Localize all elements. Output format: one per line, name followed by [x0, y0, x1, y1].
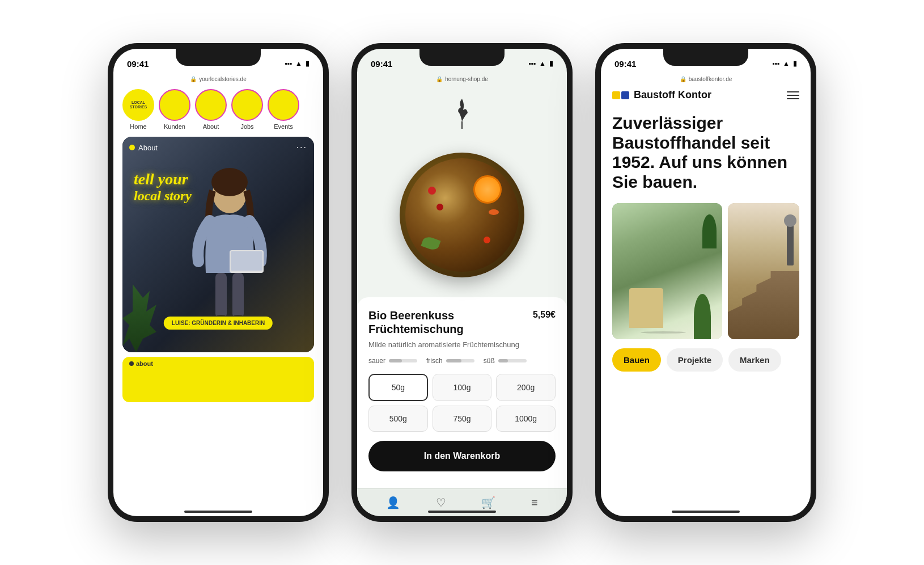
weight-750g[interactable]: 750g [433, 406, 492, 432]
main-image [612, 203, 722, 339]
svg-rect-3 [231, 251, 262, 271]
url-1: yourlocalstories.de [199, 76, 246, 82]
product-image-area [357, 138, 567, 297]
nav-circle-about [195, 89, 227, 121]
battery-icon-3: ▮ [793, 60, 797, 68]
logo-squares [612, 91, 629, 99]
dried-fruit [489, 209, 499, 215]
url-2: hornung-shop.de [445, 76, 488, 82]
taste-bars: sauer frisch süß [368, 357, 556, 365]
menu-icon[interactable]: ≡ [531, 496, 538, 509]
shadow [641, 331, 686, 334]
taste-fill-suss [498, 359, 508, 362]
taste-suss: süß [484, 357, 527, 365]
time-1: 09:41 [127, 59, 149, 69]
berry-1 [428, 187, 436, 195]
url-3: baustoffkontor.de [689, 76, 732, 82]
leaf [421, 235, 440, 251]
story-title: About [138, 144, 158, 152]
lamp-head [784, 214, 796, 227]
taste-sauer: sauer [368, 357, 417, 365]
wifi-icon: ▲ [295, 60, 302, 68]
product-title: Bio Beerenkuss Früchtemischung [368, 309, 493, 336]
story-card[interactable]: About ··· tell your local story [122, 137, 314, 352]
taste-bar-sauer [389, 359, 417, 362]
baustoff-logo: Baustoff Kontor [612, 89, 711, 101]
weight-grid: 50g 100g 200g 500g 750g 1000g [368, 374, 556, 432]
square-blue [621, 91, 629, 99]
weight-100g[interactable]: 100g [433, 374, 492, 401]
mini-card-dot [129, 361, 134, 366]
weight-500g[interactable]: 500g [368, 406, 428, 432]
story-top-bar: About ··· [122, 137, 314, 158]
address-bar-2: 🔒 hornung-shop.de [357, 74, 567, 85]
hamburger-line-2 [787, 95, 799, 96]
weight-50g[interactable]: 50g [368, 374, 428, 401]
home-indicator-3 [672, 511, 740, 513]
product-description: Milde natürlich aromatisierte Früchtemis… [368, 340, 556, 349]
nav-item-jobs[interactable]: Jobs [231, 89, 263, 130]
tag-bauen[interactable]: Bauen [612, 348, 661, 372]
hamburger-line-3 [787, 98, 799, 99]
hornung-logo [357, 85, 567, 138]
weight-200g[interactable]: 200g [496, 374, 556, 401]
product-header: Bio Beerenkuss Früchtemischung 5,59€ [368, 309, 556, 336]
weight-1000g[interactable]: 1000g [496, 406, 556, 432]
lock-icon: 🔒 [190, 76, 197, 82]
svg-rect-5 [232, 273, 244, 318]
taste-bar-frisch [446, 359, 474, 362]
brand-name: Baustoff Kontor [634, 89, 711, 101]
story-more-dots[interactable]: ··· [296, 142, 307, 153]
plant-2 [702, 214, 717, 248]
hamburger-line-1 [787, 91, 799, 92]
taste-label-sauer: sauer [368, 357, 385, 365]
story-label: About [129, 144, 158, 152]
heart-icon[interactable]: ♡ [436, 496, 446, 509]
notch-3 [663, 49, 748, 66]
phone-1: 09:41 ▪▪▪ ▲ ▮ 🔒 yourlocalstories.de LOCA… [108, 43, 329, 522]
nav-label-jobs: Jobs [240, 123, 253, 130]
status-icons-1: ▪▪▪ ▲ ▮ [285, 60, 310, 68]
plant-shape [694, 294, 711, 339]
nav-item-home[interactable]: LOCAL STORIES Home [122, 89, 154, 130]
time-2: 09:41 [371, 59, 392, 69]
taste-label-frisch: frisch [426, 357, 443, 365]
add-to-cart-button[interactable]: In den Warenkorb [368, 441, 556, 471]
plant-decoration [122, 284, 156, 352]
story-dot [129, 145, 135, 150]
story-background: tell your local story [122, 137, 314, 352]
nav-item-about[interactable]: About [195, 89, 227, 130]
address-bar-1: 🔒 yourlocalstories.de [113, 74, 323, 85]
mini-card-label: about [136, 360, 153, 367]
berry-2 [436, 204, 443, 210]
hero-text: Zuverlässiger Baustoffhandel seit 1952. … [601, 108, 811, 203]
orange-slice [473, 175, 502, 204]
lock-icon-2: 🔒 [436, 76, 443, 82]
taste-fill-sauer [389, 359, 402, 362]
logo-mark [451, 96, 473, 133]
profile-icon[interactable]: 👤 [386, 496, 400, 509]
wifi-icon-3: ▲ [783, 60, 790, 68]
nav-circles: LOCAL STORIES Home Kunden About Jobs Eve… [113, 85, 323, 137]
time-3: 09:41 [614, 59, 636, 69]
taste-bar-suss [498, 359, 527, 362]
notch-2 [419, 49, 505, 66]
taste-label-suss: süß [484, 357, 495, 365]
mini-card[interactable]: about [122, 357, 314, 402]
story-badge: LUISE: GRÜNDERIN & INHABERIN [164, 317, 273, 330]
nav-label-events: Events [274, 123, 293, 130]
nav-label-kunden: Kunden [164, 123, 185, 130]
tag-projekte[interactable]: Projekte [667, 348, 723, 372]
badge-text: LUISE: GRÜNDERIN & INHABERIN [172, 320, 265, 326]
nav-item-kunden[interactable]: Kunden [159, 89, 190, 130]
hamburger-menu-button[interactable] [787, 91, 799, 99]
home-indicator-1 [184, 511, 252, 513]
taste-fill-frisch [446, 359, 462, 362]
nav-item-events[interactable]: Events [268, 89, 299, 130]
product-price: 5,59€ [533, 309, 556, 320]
tag-marken[interactable]: Marken [728, 348, 781, 372]
lock-icon-3: 🔒 [680, 76, 686, 82]
cart-icon[interactable]: 🛒 [481, 496, 495, 509]
square-yellow [612, 91, 620, 99]
svg-point-1 [211, 168, 248, 196]
